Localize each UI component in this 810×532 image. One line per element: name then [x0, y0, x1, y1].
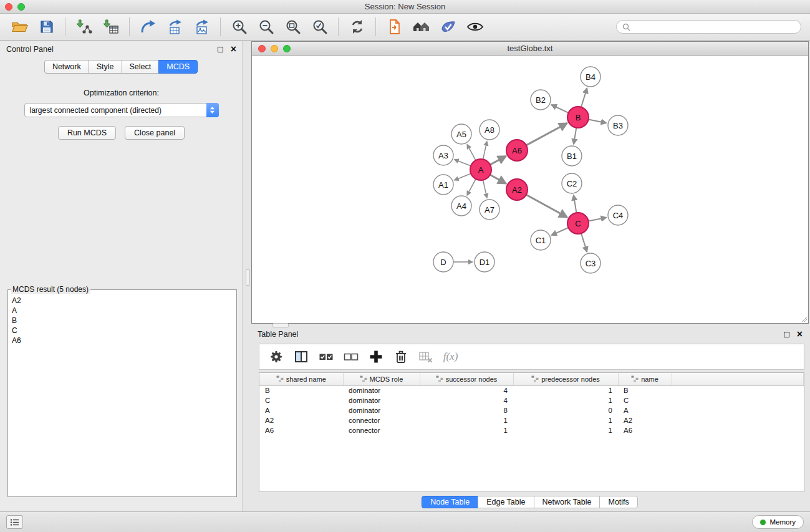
cell-predecessor-nodes[interactable]: 0: [513, 405, 618, 415]
result-item[interactable]: A: [12, 306, 233, 316]
cell-mcds-role[interactable]: connector: [343, 415, 420, 425]
import-network-button[interactable]: [70, 16, 97, 39]
cell-mcds-role[interactable]: dominator: [343, 395, 420, 405]
tab-style[interactable]: Style: [89, 60, 122, 74]
node-C[interactable]: C: [567, 213, 589, 234]
edge-A-A2[interactable]: [490, 175, 506, 183]
edge-B-B4[interactable]: [581, 88, 587, 107]
edge-B-B3[interactable]: [589, 119, 607, 123]
cell-mcds-role[interactable]: connector: [343, 425, 420, 435]
node-C4[interactable]: C4: [608, 205, 628, 225]
task-history-button[interactable]: [6, 515, 23, 529]
search-input[interactable]: [634, 22, 795, 31]
network-minimize-button[interactable]: [271, 45, 278, 52]
node-A2[interactable]: A2: [506, 179, 528, 200]
column-header-shared-name[interactable]: shared name: [259, 373, 343, 385]
optimization-select[interactable]: largest connected component (directed): [24, 103, 219, 117]
node-B4[interactable]: B4: [581, 67, 600, 87]
cell-shared-name[interactable]: B: [259, 385, 343, 395]
node-A8[interactable]: A8: [480, 120, 499, 140]
edge-A-A3[interactable]: [455, 160, 471, 166]
cell-name[interactable]: A: [618, 405, 672, 415]
home-button[interactable]: [408, 16, 435, 39]
node-A6[interactable]: A6: [506, 140, 528, 161]
network-canvas[interactable]: AA6A2BCA1A3A4A5A7A8B1B2B3B4C1C2C3C4DD1: [252, 56, 808, 323]
edge-A-A7[interactable]: [483, 180, 487, 198]
edge-C-C2[interactable]: [574, 195, 577, 213]
node-A7[interactable]: A7: [480, 200, 499, 220]
edge-C-C3[interactable]: [581, 233, 587, 252]
edge-A-A4[interactable]: [467, 179, 476, 195]
column-header-successor-nodes[interactable]: successor nodes: [420, 373, 513, 385]
node-A3[interactable]: A3: [433, 145, 453, 165]
show-columns-button[interactable]: [289, 346, 312, 368]
cell-shared-name[interactable]: A: [259, 405, 343, 415]
cell-successor-nodes[interactable]: 1: [420, 425, 513, 435]
cell-shared-name[interactable]: A6: [259, 425, 343, 435]
table-settings-button[interactable]: [264, 346, 287, 368]
node-C3[interactable]: C3: [581, 253, 600, 273]
search-box[interactable]: [616, 20, 801, 34]
node-A4[interactable]: A4: [451, 196, 471, 216]
tab-network-table[interactable]: Network Table: [534, 496, 600, 508]
result-item[interactable]: A2: [12, 296, 233, 306]
delete-table-button[interactable]: [414, 346, 437, 368]
select-all-button[interactable]: [314, 346, 337, 368]
node-B2[interactable]: B2: [531, 90, 551, 110]
node-D[interactable]: D: [433, 252, 453, 272]
edge-A6-B[interactable]: [526, 123, 567, 145]
edge-C-C4[interactable]: [589, 218, 607, 221]
cell-successor-nodes[interactable]: 4: [420, 395, 513, 405]
vertical-splitter-grip[interactable]: [246, 269, 250, 286]
memory-button[interactable]: Memory: [752, 515, 804, 529]
cell-name[interactable]: A2: [618, 415, 672, 425]
cell-shared-name[interactable]: C: [259, 395, 343, 405]
zoom-out-button[interactable]: [253, 16, 279, 39]
edge-B-B2[interactable]: [551, 105, 568, 113]
cell-predecessor-nodes[interactable]: 1: [513, 415, 618, 425]
edge-A-A1[interactable]: [455, 173, 471, 180]
node-C1[interactable]: C1: [531, 230, 551, 250]
table-panel-close-icon[interactable]: ×: [797, 331, 803, 338]
export-network-button[interactable]: [135, 16, 162, 39]
cell-mcds-role[interactable]: dominator: [343, 385, 420, 395]
cell-predecessor-nodes[interactable]: 1: [513, 425, 618, 435]
column-header-name[interactable]: name: [618, 373, 672, 385]
export-table-button[interactable]: [162, 16, 188, 39]
edge-A2-C[interactable]: [526, 195, 567, 217]
refresh-view-button[interactable]: [344, 16, 370, 39]
cell-mcds-role[interactable]: dominator: [343, 405, 420, 415]
cell-predecessor-nodes[interactable]: 1: [513, 385, 618, 395]
cell-predecessor-nodes[interactable]: 1: [513, 395, 618, 405]
node-A5[interactable]: A5: [451, 124, 471, 144]
unselect-all-button[interactable]: [339, 346, 362, 368]
cell-successor-nodes[interactable]: 1: [420, 415, 513, 425]
table-row[interactable]: Cdominator41C: [259, 395, 804, 405]
cell-name[interactable]: A6: [618, 425, 672, 435]
close-window-button[interactable]: [5, 3, 12, 11]
delete-row-button[interactable]: [389, 346, 412, 368]
table-row[interactable]: Adominator80A: [259, 405, 804, 415]
network-zoom-button[interactable]: [283, 45, 291, 52]
node-D1[interactable]: D1: [475, 252, 494, 272]
column-header-predecessor-nodes[interactable]: predecessor nodes: [513, 373, 618, 385]
control-panel-close-icon[interactable]: ×: [231, 46, 236, 53]
result-item[interactable]: C: [12, 326, 233, 336]
node-A1[interactable]: A1: [433, 175, 453, 195]
tab-select[interactable]: Select: [122, 60, 160, 74]
table-row[interactable]: Bdominator41B: [259, 385, 804, 395]
result-item[interactable]: A6: [12, 336, 233, 346]
column-header-mcds-role[interactable]: MCDS role: [343, 373, 420, 385]
import-table-button[interactable]: [97, 16, 124, 39]
cell-successor-nodes[interactable]: 4: [420, 385, 513, 395]
tab-node-table[interactable]: Node Table: [422, 496, 478, 508]
float-panel-icon[interactable]: [218, 47, 223, 52]
zoom-selected-button[interactable]: [306, 16, 333, 39]
float-table-panel-icon[interactable]: [784, 332, 789, 337]
window-resize-grip[interactable]: [800, 315, 808, 322]
tab-motifs[interactable]: Motifs: [599, 496, 637, 508]
show-hide-details-button[interactable]: [461, 16, 488, 39]
network-file-button[interactable]: [381, 16, 408, 39]
table-row[interactable]: A2connector11A2: [259, 415, 804, 425]
function-builder-button[interactable]: f(x): [439, 346, 462, 368]
